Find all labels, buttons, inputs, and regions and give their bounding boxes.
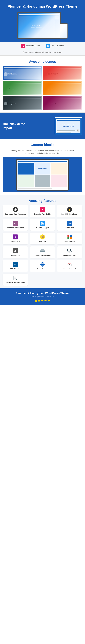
features-grid: Customizer Kirki Framework E Elementor P… (3, 205, 82, 286)
svg-rect-13 (71, 250, 72, 252)
cross-browser-label: Cross Browser (31, 268, 54, 270)
oneclick-icon: ☝️ (58, 207, 81, 212)
oneclick-label: One Click Demo Import (58, 213, 81, 215)
demo-thumb-4[interactable]: Need Your RoomRenovated? (43, 81, 82, 95)
parallax-icon (31, 248, 54, 253)
feature-oneclick: ☝️ One Click Demo Import (57, 205, 82, 217)
footer-stars: ★★★★★ (3, 299, 82, 302)
cursor-icon: 🖱️ (76, 129, 79, 132)
laptop-mockup: Plumbing ProblemsSolved Professionally (17, 12, 61, 39)
feature-color: Color Schemes (57, 232, 82, 244)
awesome-demos-section: Awesome demos Plumbing ProblemsSolved Pr… (0, 56, 85, 112)
feature-google-fonts: Tt Google Fonts (3, 246, 28, 258)
tagline-bar: Ploming comes with extremly powerful the… (0, 50, 85, 56)
builder-bar: E Elementor Builder ◎ Live Customizer (0, 42, 85, 50)
feature-parallax: Parallax Backgrounds (30, 246, 55, 258)
demo-thumb-1[interactable]: Plumbing ProblemsSolved Professionally (3, 66, 42, 80)
speed-label: Speed Optimized (58, 268, 81, 270)
feature-speed: Speed Optimized (57, 260, 82, 272)
one-click-mockup: The Perfect Solutions ForAll Plumbing Se… (55, 117, 82, 135)
parallax-label: Parallax Backgrounds (31, 254, 54, 256)
woo-label: Woocommerce Support (4, 227, 27, 229)
responsive-icon (58, 248, 81, 253)
mailchimp-label: Mailchimp (31, 240, 54, 242)
content-blocks-section: Content blocks Ploming has the ability t… (0, 139, 85, 195)
color-label: Color Schemes (58, 240, 81, 242)
header-mockup: Plumbing ProblemsSolved Professionally (3, 11, 82, 39)
feature-elementor: E Elementor Page Builder (30, 205, 55, 217)
customizer-label: Customizer Kirki Framework (4, 213, 27, 215)
woo-icon: WOO (4, 221, 27, 226)
svg-rect-5 (68, 237, 70, 239)
demo-grid: Plumbing ProblemsSolved Professionally F… (3, 66, 82, 110)
feature-css3: CSS3 CSS3 Animation (57, 219, 82, 230)
elementor-feature-icon: E (31, 207, 54, 212)
one-click-title: One click demo import (3, 122, 33, 130)
mailchimp-icon: 🐒 (31, 234, 54, 240)
feature-cross-browser: Cross Browser (30, 260, 55, 272)
content-blocks-title: Content blocks (3, 143, 82, 147)
footer-subtitle: Don't Forget to Rate Our Theme (3, 296, 82, 298)
feature-bootstrap: B Bootstrap 5 (3, 232, 28, 244)
demo-thumb-3[interactable]: ComprehensiveGuide To Solar (3, 81, 42, 95)
feature-rtl: RTLLTR RTL + LTR Support (30, 219, 55, 230)
demo-thumb-5[interactable]: Solar Sales EnergyChanging the World (3, 96, 42, 110)
responsive-label: Fully Responsive (58, 254, 81, 256)
svg-rect-4 (70, 235, 72, 237)
speed-icon (58, 262, 81, 267)
tagline-text: Ploming comes with extremly powerful the… (23, 51, 62, 53)
rtl-icon: RTLLTR (31, 221, 54, 226)
elementor-builder-item: E Elementor Builder (21, 44, 40, 48)
elementor-feature-label: Elementor Page Builder (31, 213, 54, 215)
live-customizer-label: Live Customizer (51, 45, 64, 47)
one-click-section: One click demo import The Perfect Soluti… (0, 113, 85, 139)
svg-rect-9 (40, 250, 45, 251)
w3c-label: W3C Validation (4, 268, 27, 270)
google-fonts-icon: Tt (4, 248, 27, 253)
feature-w3c: W3C W3C Validation (3, 260, 28, 272)
demo-thumb-2[interactable]: Fixing Happiness OneService At A Time (43, 66, 82, 80)
live-customizer-icon: ◎ (46, 44, 50, 48)
feature-customizer: Customizer Kirki Framework (3, 205, 28, 217)
header-title: Plumber & Handyman WordPress Theme (3, 4, 82, 9)
phone-screen (60, 24, 68, 38)
svg-rect-6 (70, 237, 72, 239)
features-section-title: Amazing features (3, 199, 82, 203)
w3c-icon: W3C (4, 262, 27, 267)
google-fonts-label: Google Fonts (4, 254, 27, 256)
cross-browser-icon (31, 262, 54, 267)
css3-icon: CSS3 (58, 221, 81, 226)
live-customizer-item: ◎ Live Customizer (46, 44, 64, 48)
customizer-icon (4, 207, 27, 212)
svg-text:i: i (16, 279, 16, 280)
svg-rect-12 (68, 249, 70, 251)
svg-rect-3 (68, 235, 70, 237)
features-section: Amazing features Customizer Kirki Framew… (0, 195, 85, 288)
phone-mockup (60, 23, 68, 38)
rtl-label: RTL + LTR Support (31, 227, 54, 229)
svg-point-21 (70, 264, 70, 265)
svg-rect-14 (68, 252, 70, 253)
feature-mailchimp: 🐒 Mailchimp (30, 232, 55, 244)
bootstrap-label: Bootstrap 5 (4, 240, 27, 242)
demo-thumb-6[interactable]: We Service ThingsYou Don't Want To (43, 96, 82, 110)
laptop-screen: Plumbing ProblemsSolved Professionally (18, 13, 60, 38)
svg-point-2 (15, 209, 16, 210)
feature-docs: i Extensive Documentation (3, 274, 28, 286)
demos-section-title: Awesome demos (3, 60, 82, 64)
content-blocks-laptop: Perfect Solutions (16, 159, 69, 190)
docs-label: Extensive Documentation (4, 282, 27, 284)
content-blocks-mockup: Perfect Solutions (3, 157, 82, 192)
elementor-icon: E (21, 44, 25, 48)
svg-rect-10 (40, 251, 45, 252)
svg-marker-11 (42, 248, 43, 250)
header-section: Plumber & Handyman WordPress Theme Plumb… (0, 0, 85, 42)
feature-woo: WOO Woocommerce Support (3, 219, 28, 230)
elementor-label: Elementor Builder (26, 45, 40, 47)
color-icon (58, 234, 81, 240)
docs-icon: i (4, 276, 27, 280)
footer-title: Plumber & Handyman WordPress Theme (3, 292, 82, 295)
svg-text:Tt: Tt (14, 250, 16, 252)
feature-responsive: Fully Responsive (57, 246, 82, 258)
css3-label: CSS3 Animation (58, 227, 81, 229)
